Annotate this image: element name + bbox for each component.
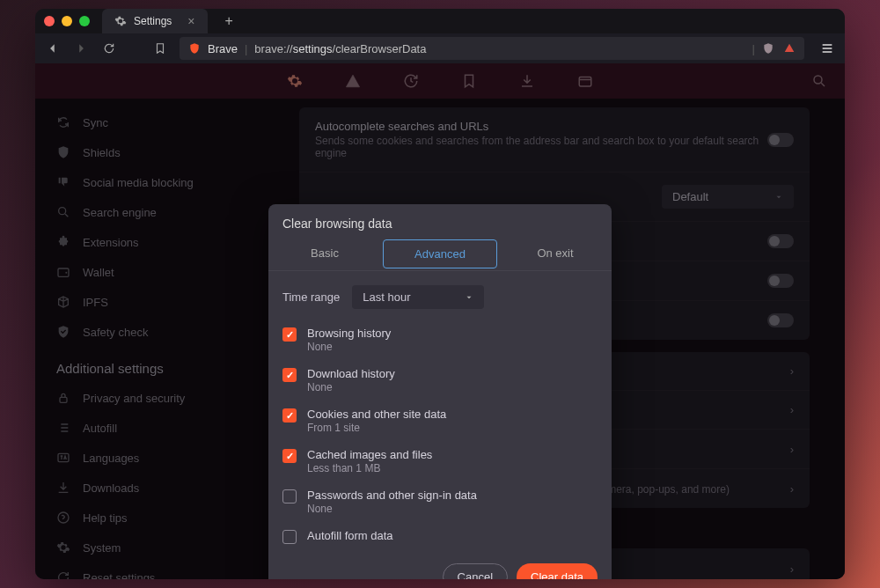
- clear-item-checkbox[interactable]: [282, 408, 297, 423]
- minimize-window-button[interactable]: [62, 16, 72, 26]
- clear-item-title: Cached images and files: [307, 448, 432, 461]
- tab-on-exit[interactable]: On exit: [499, 238, 612, 270]
- url-separator: |: [245, 42, 247, 55]
- clear-item-1: Download historyNone: [282, 360, 598, 401]
- address-bar[interactable]: Brave | brave://settings/clearBrowserDat…: [180, 37, 804, 60]
- modal-backdrop[interactable]: Clear browsing data Basic Advanced On ex…: [35, 63, 845, 579]
- new-tab-button[interactable]: +: [220, 13, 238, 29]
- url-brand: Brave: [208, 42, 238, 55]
- back-button[interactable]: [44, 40, 62, 57]
- clear-item-3: Cached images and filesLess than 1 MB: [282, 441, 598, 481]
- settings-content: SyncShieldsSocial media blockingSearch e…: [35, 63, 845, 579]
- title-bar: Settings × +: [35, 9, 845, 33]
- clear-item-4: Passwords and other sign-in dataNone: [282, 481, 598, 522]
- clear-item-2: Cookies and other site dataFrom 1 site: [282, 401, 598, 441]
- close-tab-button[interactable]: ×: [187, 14, 194, 28]
- toolbar: Brave | brave://settings/clearBrowserDat…: [35, 33, 845, 63]
- close-window-button[interactable]: [44, 16, 55, 26]
- time-range-select[interactable]: Last hour: [352, 285, 484, 309]
- dialog-footer: Cancel Clear data: [268, 551, 612, 579]
- url-path: brave://settings/clearBrowserData: [254, 42, 426, 55]
- clear-item-title: Download history: [307, 367, 395, 380]
- clear-item-checkbox[interactable]: [282, 489, 297, 503]
- clear-item-checkbox[interactable]: [282, 327, 297, 342]
- clear-item-sub: None: [307, 503, 477, 515]
- clear-data-button[interactable]: Clear data: [517, 563, 598, 579]
- rewards-icon[interactable]: [783, 42, 796, 55]
- clear-item-title: Passwords and other sign-in data: [307, 489, 477, 502]
- cancel-button[interactable]: Cancel: [443, 563, 508, 579]
- chevron-down-icon: [465, 293, 473, 302]
- time-range-label: Time range: [282, 290, 340, 304]
- gear-icon: [114, 15, 127, 27]
- forward-button[interactable]: [72, 40, 90, 57]
- address-bar-actions: [762, 42, 796, 55]
- shield-icon[interactable]: [762, 42, 774, 55]
- dialog-title: Clear browsing data: [268, 204, 612, 238]
- window-controls: [44, 16, 90, 26]
- tab-advanced[interactable]: Advanced: [383, 239, 497, 268]
- clear-item-title: Cookies and other site data: [307, 408, 446, 421]
- tab-basic[interactable]: Basic: [268, 238, 381, 270]
- clear-item-5: Autofill form data: [282, 522, 598, 551]
- clear-item-title: Browsing history: [307, 327, 391, 340]
- clear-item-sub: From 1 site: [307, 422, 446, 434]
- time-range-row: Time range Last hour: [282, 280, 598, 320]
- browser-tab[interactable]: Settings ×: [102, 9, 208, 33]
- clear-browsing-data-dialog: Clear browsing data Basic Advanced On ex…: [268, 204, 612, 579]
- clear-item-sub: Less than 1 MB: [307, 462, 432, 474]
- clear-item-sub: None: [307, 341, 391, 353]
- clear-item-checkbox[interactable]: [282, 530, 297, 544]
- reload-button[interactable]: [100, 40, 118, 57]
- tab-title: Settings: [134, 15, 172, 27]
- brave-shield-icon: [188, 42, 201, 55]
- clear-item-sub: None: [307, 381, 395, 393]
- clear-item-checkbox[interactable]: [282, 368, 297, 382]
- dialog-tabs: Basic Advanced On exit: [268, 238, 612, 271]
- main-menu-button[interactable]: [818, 40, 836, 57]
- maximize-window-button[interactable]: [79, 16, 90, 26]
- clear-item-title: Autofill form data: [307, 529, 393, 542]
- bookmark-button[interactable]: [151, 40, 169, 57]
- clear-item-0: Browsing historyNone: [282, 320, 598, 360]
- browser-window: Settings × + Brave | brave://settings/cl…: [35, 9, 845, 579]
- clear-item-checkbox[interactable]: [282, 449, 297, 463]
